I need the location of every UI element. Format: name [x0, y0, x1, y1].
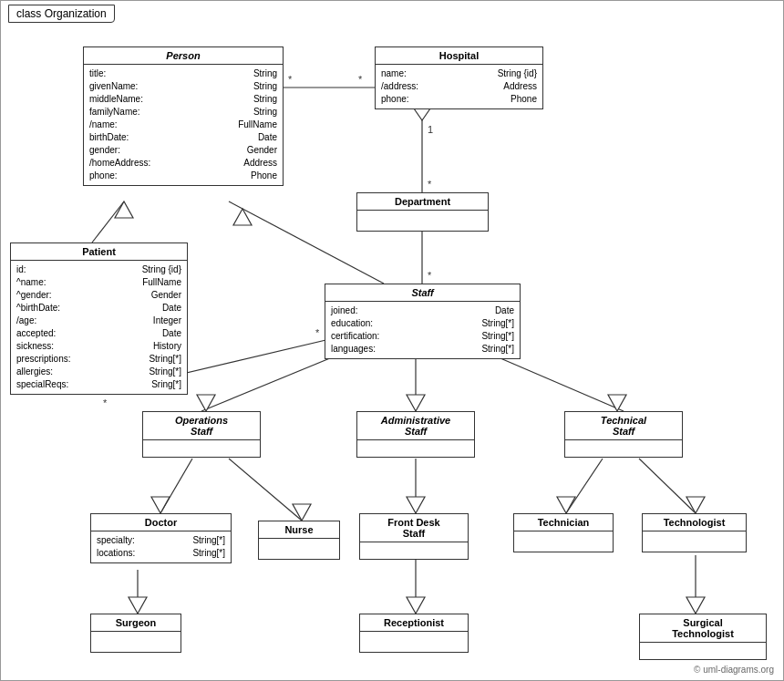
technologist-class: Technologist [642, 513, 747, 552]
staff-class: Staff joined:Date education:String[*] ce… [325, 284, 521, 359]
svg-line-31 [639, 459, 696, 513]
hospital-class-name: Hospital [376, 47, 542, 65]
svg-line-25 [229, 459, 302, 521]
surgical-technologist-class-name: SurgicalTechnologist [640, 614, 766, 643]
doctor-class: Doctor specialty:String[*] locations:Str… [90, 513, 232, 563]
diagram-title: class Organization [8, 5, 115, 23]
technologist-class-attrs [643, 531, 746, 552]
svg-marker-26 [293, 504, 311, 521]
technical-staff-attrs [565, 440, 682, 457]
hospital-class: Hospital name:String {id} /address:Addre… [375, 46, 543, 109]
copyright: © uml-diagrams.org [694, 665, 774, 675]
svg-marker-34 [129, 597, 147, 614]
person-class-name: Person [84, 47, 283, 65]
svg-text:*: * [358, 74, 363, 85]
hospital-class-attrs: name:String {id} /address:Address phone:… [376, 65, 542, 108]
admin-staff-name: AdministrativeStaff [357, 412, 474, 440]
operations-staff-class: OperationsStaff [142, 411, 261, 458]
svg-marker-28 [407, 497, 425, 513]
technical-staff-class: TechnicalStaff [564, 411, 683, 458]
technical-staff-name: TechnicalStaff [565, 412, 682, 440]
admin-staff-class: AdministrativeStaff [356, 411, 475, 458]
doctor-class-name: Doctor [91, 514, 231, 531]
surgeon-class-name: Surgeon [91, 614, 181, 632]
svg-marker-30 [557, 497, 575, 513]
patient-class-attrs: id:String {id} ^name:FullName ^gender:Ge… [11, 261, 187, 394]
svg-marker-24 [151, 497, 170, 513]
technician-class-attrs [514, 531, 613, 552]
surgical-technologist-class-attrs [640, 643, 766, 659]
svg-text:*: * [315, 327, 320, 338]
technician-class: Technician [513, 513, 614, 552]
svg-marker-11 [115, 201, 133, 218]
person-class-attrs: title:String givenName:String middleName… [84, 65, 283, 185]
svg-marker-36 [407, 597, 425, 614]
svg-marker-22 [608, 395, 626, 411]
svg-line-23 [160, 459, 192, 513]
front-desk-class-attrs [360, 542, 468, 559]
svg-text:*: * [103, 397, 108, 408]
admin-staff-attrs [357, 440, 474, 457]
receptionist-class-attrs [360, 632, 468, 652]
operations-staff-attrs [143, 440, 260, 457]
technician-class-name: Technician [514, 514, 613, 531]
svg-marker-20 [407, 395, 425, 411]
surgical-technologist-class: SurgicalTechnologist [639, 614, 767, 660]
svg-marker-32 [686, 497, 705, 513]
department-class-name: Department [357, 193, 488, 211]
front-desk-class: Front DeskStaff [359, 513, 469, 560]
front-desk-class-name: Front DeskStaff [360, 514, 468, 542]
patient-class: Patient id:String {id} ^name:FullName ^g… [10, 242, 188, 395]
technologist-class-name: Technologist [643, 514, 746, 531]
svg-marker-18 [197, 395, 215, 411]
patient-class-name: Patient [11, 243, 187, 261]
nurse-class: Nurse [258, 521, 340, 560]
svg-line-29 [566, 459, 603, 513]
surgeon-class: Surgeon [90, 614, 181, 653]
receptionist-class: Receptionist [359, 614, 469, 653]
person-class: Person title:String givenName:String mid… [83, 46, 284, 186]
svg-marker-38 [686, 597, 705, 614]
staff-class-name: Staff [325, 284, 520, 302]
receptionist-class-name: Receptionist [360, 614, 468, 632]
doctor-class-attrs: specialty:String[*] locations:String[*] [91, 531, 231, 562]
department-class-attrs [357, 211, 488, 231]
nurse-class-name: Nurse [259, 521, 339, 539]
operations-staff-name: OperationsStaff [143, 412, 260, 440]
nurse-class-attrs [259, 539, 339, 559]
svg-text:*: * [428, 179, 432, 190]
svg-text:*: * [428, 270, 432, 281]
svg-text:*: * [288, 74, 293, 85]
department-class: Department [356, 192, 489, 232]
svg-text:1: 1 [428, 124, 433, 135]
svg-line-10 [92, 201, 124, 242]
surgeon-class-attrs [91, 632, 181, 652]
svg-marker-13 [233, 209, 252, 225]
staff-class-attrs: joined:Date education:String[*] certific… [325, 302, 520, 358]
diagram-canvas: class Organization * * 1 * 1 * * * [0, 0, 784, 681]
